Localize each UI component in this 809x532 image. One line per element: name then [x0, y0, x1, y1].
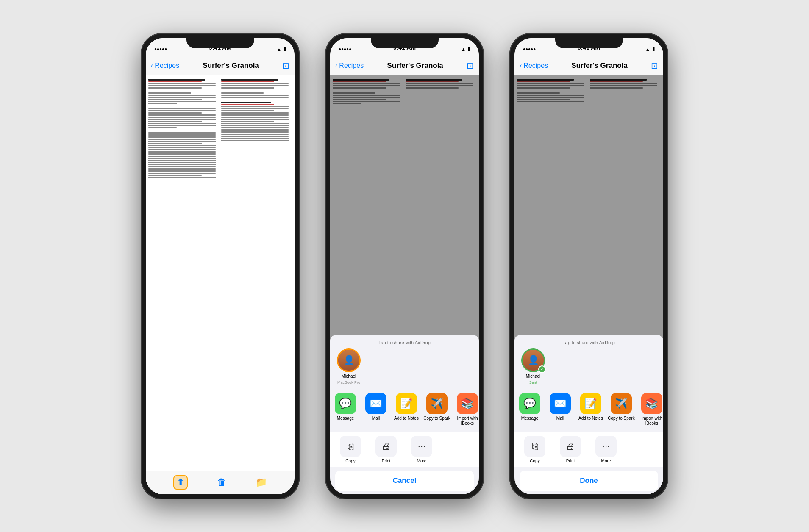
airdrop-avatar-2: 👤	[337, 348, 361, 372]
action-print-3[interactable]: 🖨 Print	[555, 436, 586, 463]
ibooks-icon-2: 📚	[457, 393, 478, 414]
back-label-2[interactable]: Recipes	[339, 62, 364, 70]
copy-icon-2: ⎘	[340, 436, 361, 457]
person-face-2: 👤	[338, 350, 359, 371]
more-icon-3: ···	[595, 436, 617, 457]
app-ibooks-label-3: Import with iBooks	[637, 416, 663, 426]
trash-icon-1[interactable]: 🗑	[217, 477, 226, 488]
action-more-2[interactable]: ··· More	[406, 436, 437, 463]
app-mail-label-2: Mail	[372, 416, 380, 421]
nav-title-1: Surfer's Granola	[203, 61, 259, 70]
print-icon-3: 🖨	[560, 436, 581, 457]
actions-row-3: ⎘ Copy 🖨 Print ··· More	[514, 432, 663, 467]
notch-1	[186, 38, 254, 48]
apps-row-2: 💬 Message ✉️ Mail 📝 Add to Notes	[330, 389, 479, 430]
back-label-1[interactable]: Recipes	[155, 62, 179, 70]
nav-title-3: Surfer's Granola	[571, 61, 628, 70]
notch-2	[371, 38, 439, 48]
action-more-label-2: More	[417, 459, 427, 463]
app-message-2[interactable]: 💬 Message	[330, 390, 361, 429]
share-sheet-3: Tap to share with AirDrop 👤 ✓ Michael	[514, 75, 663, 494]
app-ibooks-2[interactable]: 📚 Import with iBooks	[452, 390, 479, 429]
bottom-toolbar-1: ⬆ 🗑 📁	[146, 471, 295, 494]
nav-back-3[interactable]: ‹ Recipes	[520, 62, 548, 70]
recipe-col-left-1	[148, 79, 220, 467]
airdrop-person-3[interactable]: 👤 ✓ Michael Sent	[521, 348, 545, 384]
app-notes-2[interactable]: 📝 Add to Notes	[391, 390, 422, 429]
app-message-3[interactable]: 💬 Message	[514, 390, 545, 429]
status-left-3: ●●●●●	[523, 47, 536, 51]
done-button-3[interactable]: Done	[520, 471, 658, 491]
chevron-left-icon-2: ‹	[335, 62, 337, 70]
action-copy-3[interactable]: ⎘ Copy	[520, 436, 550, 463]
action-print-label-3: Print	[566, 459, 575, 463]
briefcase-icon-1[interactable]: ⊡	[282, 61, 289, 71]
chevron-left-icon-1: ‹	[151, 62, 153, 70]
airdrop-name-2: Michael	[342, 374, 356, 379]
share-sheet-2: Tap to share with AirDrop 👤 Michael MacB…	[330, 75, 479, 494]
app-spark-label-2: Copy to Spark	[423, 416, 450, 421]
mail-icon-3: ✉️	[550, 393, 571, 414]
status-right-2: ▲ ▮	[461, 46, 470, 52]
copy-icon-3: ⎘	[524, 436, 545, 457]
battery-icon-3: ▮	[652, 46, 655, 52]
content-1	[146, 75, 295, 471]
briefcase-icon-3[interactable]: ⊡	[651, 61, 658, 71]
briefcase-icon-2[interactable]: ⊡	[467, 61, 474, 71]
phone-2: ●●●●● 9:41 AM ▲ ▮ ‹ Recipes Surfer's Gra…	[325, 33, 484, 499]
airdrop-sub-3: Sent	[529, 380, 537, 384]
action-copy-label-3: Copy	[530, 459, 539, 463]
message-icon-3: 💬	[519, 393, 540, 414]
sent-checkmark-3: ✓	[538, 365, 546, 373]
notes-icon-2: 📝	[396, 393, 417, 414]
phone-3: ●●●●● 9:41 AM ▲ ▮ ‹ Recipes Surfer's Gra…	[509, 33, 668, 499]
scene: ●●●●● 9:41 AM ▲ ▮ ‹ Recipes Surfer's Gra…	[107, 8, 702, 525]
share-panel-3: Tap to share with AirDrop 👤 ✓ Michael	[514, 335, 663, 494]
notes-icon-3: 📝	[580, 393, 601, 414]
app-spark-3[interactable]: ✈️ Copy to Spark	[606, 390, 637, 429]
spark-icon-3: ✈️	[611, 393, 632, 414]
content-2: Tap to share with AirDrop 👤 Michael MacB…	[330, 75, 479, 494]
phone-1: ●●●●● 9:41 AM ▲ ▮ ‹ Recipes Surfer's Gra…	[141, 33, 300, 499]
airdrop-row-3: 👤 ✓ Michael Sent	[514, 348, 663, 384]
nav-bar-3: ‹ Recipes Surfer's Granola ⊡	[514, 57, 663, 75]
app-notes-3[interactable]: 📝 Add to Notes	[575, 390, 606, 429]
nav-bar-2: ‹ Recipes Surfer's Granola ⊡	[330, 57, 479, 75]
airdrop-label-3: Tap to share with AirDrop	[514, 340, 663, 345]
airdrop-sub-2: MacBook Pro	[337, 380, 360, 384]
airdrop-name-3: Michael	[526, 374, 540, 379]
action-copy-label-2: Copy	[345, 459, 355, 463]
mail-icon-2: ✉️	[365, 393, 386, 414]
action-more-label-3: More	[601, 459, 611, 463]
airdrop-row-2: 👤 Michael MacBook Pro	[330, 348, 479, 384]
folder-icon-1[interactable]: 📁	[256, 477, 267, 488]
airdrop-person-2[interactable]: 👤 Michael MacBook Pro	[337, 348, 361, 384]
content-3: Tap to share with AirDrop 👤 ✓ Michael	[514, 75, 663, 494]
action-copy-2[interactable]: ⎘ Copy	[335, 436, 366, 463]
nav-back-2[interactable]: ‹ Recipes	[335, 62, 364, 70]
app-ibooks-3[interactable]: 📚 Import with iBooks	[637, 390, 663, 429]
wifi-icon-2: ▲	[461, 47, 466, 52]
apps-row-3: 💬 Message ✉️ Mail 📝 Add to Notes	[514, 389, 663, 430]
back-label-3[interactable]: Recipes	[523, 62, 548, 70]
status-left-2: ●●●●●	[339, 47, 351, 51]
actions-row-2: ⎘ Copy 🖨 Print ··· More	[330, 432, 479, 467]
app-mail-2[interactable]: ✉️ Mail	[361, 390, 391, 429]
action-print-label-2: Print	[382, 459, 391, 463]
action-more-3[interactable]: ··· More	[591, 436, 621, 463]
airdrop-label-2: Tap to share with AirDrop	[330, 340, 479, 345]
app-mail-label-3: Mail	[556, 416, 564, 421]
app-spark-2[interactable]: ✈️ Copy to Spark	[422, 390, 452, 429]
app-message-label-2: Message	[337, 416, 354, 421]
app-mail-3[interactable]: ✉️ Mail	[545, 390, 575, 429]
status-right-1: ▲ ▮	[277, 46, 286, 52]
wifi-icon-1: ▲	[277, 47, 281, 52]
recipe-col-right-1	[221, 79, 292, 467]
action-print-2[interactable]: 🖨 Print	[371, 436, 401, 463]
share-icon-1[interactable]: ⬆	[173, 475, 188, 490]
chevron-left-icon-3: ‹	[520, 62, 522, 70]
spark-icon-2: ✈️	[426, 393, 448, 414]
nav-back-1[interactable]: ‹ Recipes	[151, 62, 179, 70]
cancel-button-2[interactable]: Cancel	[335, 471, 474, 491]
app-notes-label-3: Add to Notes	[578, 416, 603, 421]
